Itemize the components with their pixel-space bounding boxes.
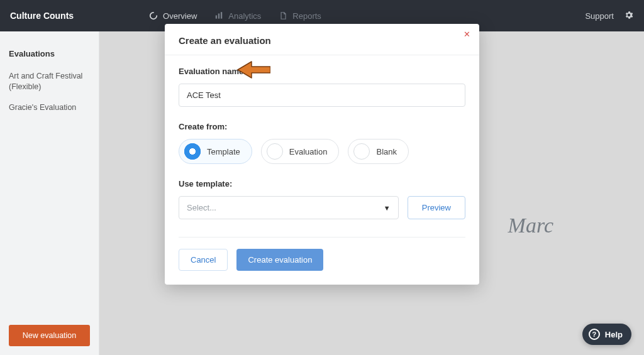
use-template-label: Use template: xyxy=(179,179,465,188)
modal-title: Create an evaluation xyxy=(179,35,465,46)
radio-selected-icon xyxy=(184,143,201,160)
modal-divider xyxy=(179,237,465,238)
nav-overview-label: Overview xyxy=(163,11,197,21)
option-blank-label: Blank xyxy=(376,147,397,156)
primary-nav: Overview Analytics Reports xyxy=(149,11,585,21)
preview-button[interactable]: Preview xyxy=(408,196,465,219)
nav-analytics[interactable]: Analytics xyxy=(214,11,261,21)
help-label: Help xyxy=(605,330,623,339)
create-evaluation-modal: Create an evaluation ✕ Evaluation name: … xyxy=(165,24,479,285)
template-select-placeholder: Select... xyxy=(187,203,216,212)
help-widget[interactable]: ? Help xyxy=(582,324,631,345)
close-icon[interactable]: ✕ xyxy=(464,30,470,38)
help-icon: ? xyxy=(589,329,600,340)
cancel-button[interactable]: Cancel xyxy=(179,249,228,271)
nav-overview[interactable]: Overview xyxy=(149,11,197,21)
option-blank[interactable]: Blank xyxy=(348,139,409,164)
evaluation-name-label: Evaluation name: xyxy=(179,67,465,76)
nav-support[interactable]: Support xyxy=(585,11,614,21)
chevron-down-icon: ▼ xyxy=(384,204,391,212)
svg-rect-0 xyxy=(216,15,217,18)
template-select-row: Select... ▼ Preview xyxy=(179,196,465,219)
option-evaluation-label: Evaluation xyxy=(289,147,328,156)
brand: Culture Counts xyxy=(10,11,74,21)
option-template-label: Template xyxy=(207,147,240,156)
document-icon xyxy=(279,11,287,20)
gear-icon[interactable] xyxy=(624,10,634,22)
create-from-options: Template Evaluation Blank xyxy=(179,139,465,164)
sidebar-item-gracies[interactable]: Gracie's Evaluation xyxy=(0,97,99,118)
modal-body: Evaluation name: Create from: Template E… xyxy=(165,55,479,238)
sidebar-heading: Evaluations xyxy=(0,44,99,66)
svg-rect-2 xyxy=(221,12,222,19)
nav-reports-label: Reports xyxy=(292,11,321,21)
option-evaluation[interactable]: Evaluation xyxy=(261,139,340,164)
bar-chart-icon xyxy=(214,11,223,20)
template-select[interactable]: Select... ▼ xyxy=(179,196,399,219)
svg-rect-1 xyxy=(218,14,219,19)
radio-unselected-icon xyxy=(353,143,370,160)
nav-analytics-label: Analytics xyxy=(228,11,261,21)
new-evaluation-button[interactable]: New evaluation xyxy=(9,325,90,346)
nav-reports[interactable]: Reports xyxy=(279,11,321,21)
create-from-label: Create from: xyxy=(179,122,465,131)
modal-footer: Cancel Create evaluation xyxy=(165,249,479,285)
evaluation-name-input[interactable] xyxy=(179,84,465,107)
topbar-right: Support xyxy=(585,10,634,22)
evaluation-name-section: Evaluation name: xyxy=(179,67,465,107)
create-evaluation-button[interactable]: Create evaluation xyxy=(236,249,323,271)
sidebar: Evaluations Art and Craft Festival (Flex… xyxy=(0,31,99,355)
modal-header: Create an evaluation ✕ xyxy=(165,24,479,55)
sidebar-spacer xyxy=(0,118,99,316)
spinner-icon xyxy=(149,11,158,20)
radio-unselected-icon xyxy=(267,143,283,160)
option-template[interactable]: Template xyxy=(179,139,252,164)
sidebar-item-art-craft[interactable]: Art and Craft Festival (Flexible) xyxy=(0,66,99,97)
